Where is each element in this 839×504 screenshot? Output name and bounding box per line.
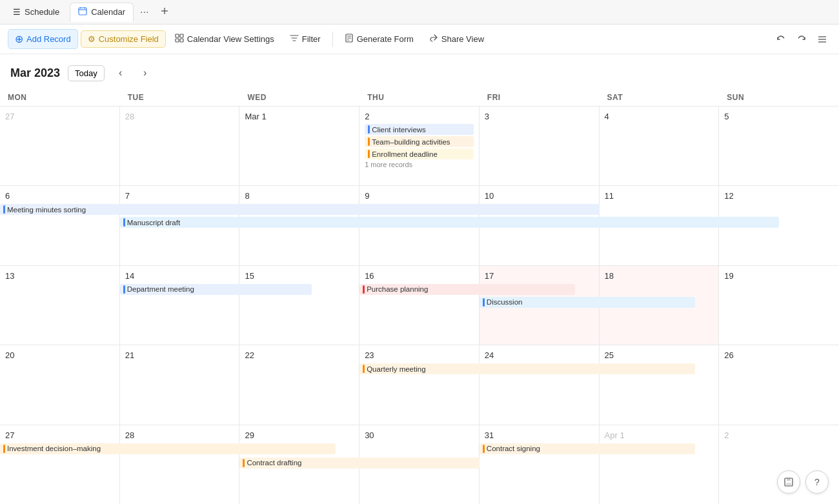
day-num: 8: [245, 191, 354, 201]
day-mar26[interactable]: 26: [719, 345, 839, 424]
filter-button[interactable]: Filter: [283, 30, 327, 48]
day-feb27[interactable]: 27: [0, 106, 120, 185]
day-mar4[interactable]: 4: [600, 106, 720, 185]
tab-add-btn[interactable]: [155, 4, 174, 21]
event-purchase-planning[interactable]: Purchase planning: [359, 284, 575, 295]
event-enrollment-deadline[interactable]: Enrollment deadline: [365, 148, 474, 159]
calendar-week-2: 6 7 8 9 10 11 12 Meeting minutes sorting…: [0, 186, 839, 265]
day-mar24[interactable]: 24: [480, 345, 600, 424]
menu-button[interactable]: [813, 30, 831, 48]
customize-field-button[interactable]: ⚙ Customize Field: [81, 30, 166, 48]
svg-rect-19: [786, 483, 791, 485]
day-num: 28: [125, 430, 234, 440]
day-num: 29: [245, 430, 354, 440]
event-dot: [483, 298, 485, 307]
day-mar23[interactable]: 23: [359, 345, 480, 424]
day-feb28[interactable]: 28: [120, 106, 240, 185]
add-record-icon: ⊕: [15, 33, 23, 45]
schedule-icon: ☰: [13, 7, 21, 17]
tab-schedule[interactable]: ☰ Schedule: [5, 3, 67, 22]
day-num: 16: [365, 271, 474, 281]
calendar-week-4: 20 21 22 23 24 25 26 Quarterly meeting: [0, 345, 839, 425]
save-button[interactable]: [777, 470, 800, 494]
help-button[interactable]: ?: [805, 470, 829, 494]
next-month-button[interactable]: ›: [137, 65, 154, 81]
calendar-week-5: 27 28 29 30 31 Apr 1 2 Investment decisi…: [0, 425, 839, 504]
tab-bar: ☰ Schedule Calendar ···: [0, 0, 839, 25]
header-tue: Tue: [120, 89, 240, 106]
day-num: 2: [365, 112, 474, 121]
day-mar6[interactable]: 6: [0, 186, 120, 265]
day-mar25[interactable]: 25: [600, 345, 720, 424]
event-manuscript-draft[interactable]: Manuscript draft: [120, 217, 779, 228]
event-quarterly-meeting[interactable]: Quarterly meeting: [359, 363, 695, 374]
calendar-week-1: 27 28 Mar 1 2 Client interviews Team–bui…: [0, 106, 839, 186]
day-mar28[interactable]: 28: [120, 425, 240, 504]
day-num: 17: [485, 271, 594, 281]
day-mar16[interactable]: 16: [359, 266, 480, 345]
day-mar14[interactable]: 14: [120, 266, 240, 345]
day-apr1[interactable]: Apr 1: [600, 425, 720, 504]
day-mar1[interactable]: Mar 1: [239, 106, 359, 185]
calendar-settings-icon: [175, 34, 184, 45]
day-num: 2: [724, 430, 834, 440]
day-num: 4: [605, 112, 714, 121]
tab-calendar[interactable]: Calendar: [70, 3, 134, 22]
day-num: 26: [724, 350, 834, 360]
day-num: 12: [724, 191, 834, 201]
event-dot: [363, 365, 365, 373]
tab-schedule-label: Schedule: [25, 7, 59, 17]
event-discussion[interactable]: Discussion: [480, 297, 695, 308]
day-mar15[interactable]: 15: [239, 266, 359, 345]
today-button[interactable]: Today: [68, 65, 105, 81]
event-client-interviews[interactable]: Client interviews: [365, 124, 474, 135]
day-num: 27: [5, 430, 114, 440]
more-records[interactable]: 1 more records: [365, 161, 474, 168]
day-num: 15: [245, 271, 354, 281]
svg-rect-0: [79, 8, 86, 15]
event-dot: [368, 150, 370, 158]
day-mar3[interactable]: 3: [480, 106, 600, 185]
event-investment-decision[interactable]: Investment decision–making: [0, 443, 336, 454]
share-view-icon: [429, 34, 438, 45]
calendar-nav-header: Mar 2023 Today ‹ ›: [0, 54, 839, 89]
day-mar5[interactable]: 5: [719, 106, 839, 185]
event-team-building[interactable]: Team–building activities: [365, 136, 474, 147]
day-num: 14: [125, 271, 234, 281]
event-dot: [243, 459, 245, 467]
generate-form-button[interactable]: Generate Form: [338, 30, 420, 48]
svg-rect-8: [176, 39, 179, 42]
prev-month-button[interactable]: ‹: [112, 65, 129, 81]
day-num: 3: [485, 112, 594, 121]
day-mar20[interactable]: 20: [0, 345, 120, 424]
event-meeting-minutes[interactable]: Meeting minutes sorting: [0, 204, 600, 215]
tab-more-btn[interactable]: ···: [136, 4, 152, 21]
calendar-icon: [78, 6, 87, 17]
day-mar2[interactable]: 2 Client interviews Team–building activi…: [359, 106, 480, 185]
day-mar27[interactable]: 27: [0, 425, 120, 504]
customize-icon: ⚙: [88, 34, 96, 44]
day-mar19[interactable]: 19: [719, 266, 839, 345]
day-num: 9: [365, 191, 474, 201]
calendar-view-settings-button[interactable]: Calendar View Settings: [168, 30, 281, 48]
day-num: 10: [485, 191, 594, 201]
share-view-button[interactable]: Share View: [423, 30, 490, 48]
toolbar-right: [772, 30, 831, 48]
day-mar31[interactable]: 31: [480, 425, 600, 504]
redo-button[interactable]: [793, 30, 811, 48]
day-mar21[interactable]: 21: [120, 345, 240, 424]
svg-rect-7: [180, 34, 183, 37]
event-contract-drafting[interactable]: Contract drafting: [239, 458, 479, 469]
day-num: Mar 1: [245, 112, 354, 121]
svg-rect-6: [176, 34, 179, 37]
event-contract-signing[interactable]: Contract signing: [480, 443, 695, 454]
day-num: 22: [245, 350, 354, 360]
day-num: 27: [5, 112, 114, 121]
undo-button[interactable]: [772, 30, 790, 48]
day-mar22[interactable]: 22: [239, 345, 359, 424]
day-num: 23: [365, 350, 474, 360]
add-record-button[interactable]: ⊕ Add Record: [8, 29, 78, 49]
day-mar13[interactable]: 13: [0, 266, 120, 345]
event-dot: [363, 285, 365, 294]
event-department-meeting[interactable]: Department meeting: [120, 284, 312, 295]
